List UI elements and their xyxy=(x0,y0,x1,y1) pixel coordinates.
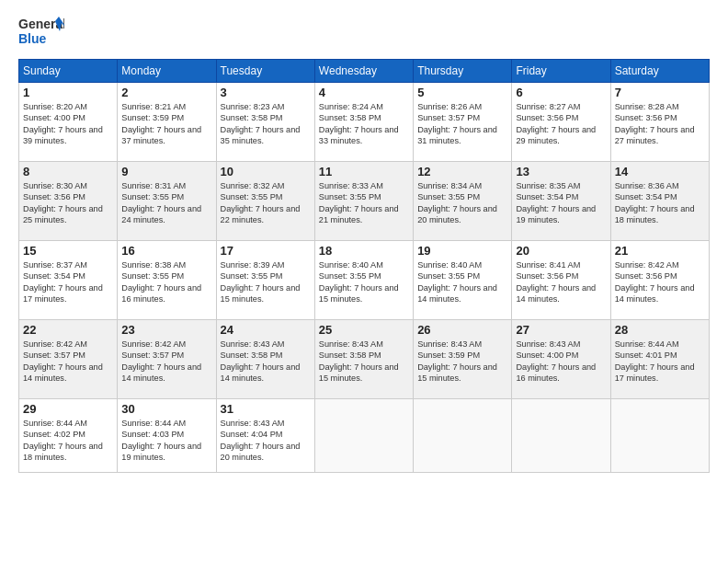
day-cell: 4 Sunrise: 8:24 AM Sunset: 3:58 PM Dayli… xyxy=(314,83,413,162)
day-number: 31 xyxy=(221,402,311,416)
day-info: Sunrise: 8:23 AM Sunset: 3:58 PM Dayligh… xyxy=(221,101,311,147)
day-number: 8 xyxy=(23,165,113,178)
day-number: 20 xyxy=(516,244,606,258)
day-cell: 6 Sunrise: 8:27 AM Sunset: 3:56 PM Dayli… xyxy=(512,83,610,162)
day-number: 1 xyxy=(23,86,113,99)
day-info: Sunrise: 8:43 AM Sunset: 4:00 PM Dayligh… xyxy=(516,339,606,385)
day-cell: 15 Sunrise: 8:37 AM Sunset: 3:54 PM Dayl… xyxy=(19,241,118,320)
calendar: SundayMondayTuesdayWednesdayThursdayFrid… xyxy=(18,59,710,473)
week-row-5: 29 Sunrise: 8:44 AM Sunset: 4:02 PM Dayl… xyxy=(19,399,710,473)
day-cell: 9 Sunrise: 8:31 AM Sunset: 3:55 PM Dayli… xyxy=(118,162,216,241)
weekday-header-sunday: Sunday xyxy=(19,60,118,83)
day-info: Sunrise: 8:27 AM Sunset: 3:56 PM Dayligh… xyxy=(516,101,606,147)
day-info: Sunrise: 8:24 AM Sunset: 3:58 PM Dayligh… xyxy=(319,101,409,147)
weekday-header-thursday: Thursday xyxy=(414,60,512,83)
day-info: Sunrise: 8:40 AM Sunset: 3:55 PM Dayligh… xyxy=(319,259,409,305)
day-info: Sunrise: 8:43 AM Sunset: 4:04 PM Dayligh… xyxy=(221,418,311,464)
week-row-4: 22 Sunrise: 8:42 AM Sunset: 3:57 PM Dayl… xyxy=(19,320,710,399)
week-row-3: 15 Sunrise: 8:37 AM Sunset: 3:54 PM Dayl… xyxy=(19,241,710,320)
day-info: Sunrise: 8:43 AM Sunset: 3:58 PM Dayligh… xyxy=(221,339,311,385)
day-cell: 21 Sunrise: 8:42 AM Sunset: 3:56 PM Dayl… xyxy=(610,241,709,320)
day-cell: 20 Sunrise: 8:41 AM Sunset: 3:56 PM Dayl… xyxy=(512,241,610,320)
day-cell: 16 Sunrise: 8:38 AM Sunset: 3:55 PM Dayl… xyxy=(118,241,216,320)
day-number: 17 xyxy=(221,244,311,258)
day-cell: 28 Sunrise: 8:44 AM Sunset: 4:01 PM Dayl… xyxy=(610,320,709,399)
day-cell xyxy=(414,399,512,473)
page: General Blue SundayMondayTuesdayWednesda… xyxy=(0,0,728,563)
day-number: 7 xyxy=(615,86,705,99)
day-cell: 17 Sunrise: 8:39 AM Sunset: 3:55 PM Dayl… xyxy=(216,241,314,320)
weekday-header-friday: Friday xyxy=(512,60,610,83)
day-info: Sunrise: 8:43 AM Sunset: 3:59 PM Dayligh… xyxy=(417,339,507,385)
day-info: Sunrise: 8:32 AM Sunset: 3:55 PM Dayligh… xyxy=(221,180,311,226)
day-number: 3 xyxy=(221,86,311,99)
day-info: Sunrise: 8:42 AM Sunset: 3:56 PM Dayligh… xyxy=(615,259,705,305)
day-info: Sunrise: 8:44 AM Sunset: 4:01 PM Dayligh… xyxy=(615,339,705,385)
day-cell: 1 Sunrise: 8:20 AM Sunset: 4:00 PM Dayli… xyxy=(19,83,118,162)
day-info: Sunrise: 8:39 AM Sunset: 3:55 PM Dayligh… xyxy=(221,259,311,305)
day-cell: 26 Sunrise: 8:43 AM Sunset: 3:59 PM Dayl… xyxy=(414,320,512,399)
day-number: 13 xyxy=(516,165,606,178)
weekday-header-wednesday: Wednesday xyxy=(314,60,413,83)
day-number: 29 xyxy=(23,402,113,416)
day-info: Sunrise: 8:33 AM Sunset: 3:55 PM Dayligh… xyxy=(319,180,409,226)
header: General Blue xyxy=(18,15,710,50)
day-cell: 12 Sunrise: 8:34 AM Sunset: 3:55 PM Dayl… xyxy=(414,162,512,241)
day-cell: 19 Sunrise: 8:40 AM Sunset: 3:55 PM Dayl… xyxy=(414,241,512,320)
day-info: Sunrise: 8:35 AM Sunset: 3:54 PM Dayligh… xyxy=(516,180,606,226)
day-cell: 8 Sunrise: 8:30 AM Sunset: 3:56 PM Dayli… xyxy=(19,162,118,241)
day-cell: 5 Sunrise: 8:26 AM Sunset: 3:57 PM Dayli… xyxy=(414,83,512,162)
day-cell: 2 Sunrise: 8:21 AM Sunset: 3:59 PM Dayli… xyxy=(118,83,216,162)
day-number: 2 xyxy=(121,86,211,99)
day-number: 14 xyxy=(615,165,705,178)
day-info: Sunrise: 8:44 AM Sunset: 4:02 PM Dayligh… xyxy=(23,418,113,464)
day-number: 12 xyxy=(417,165,507,178)
day-number: 11 xyxy=(319,165,409,178)
day-cell: 10 Sunrise: 8:32 AM Sunset: 3:55 PM Dayl… xyxy=(216,162,314,241)
day-cell: 3 Sunrise: 8:23 AM Sunset: 3:58 PM Dayli… xyxy=(216,83,314,162)
day-info: Sunrise: 8:37 AM Sunset: 3:54 PM Dayligh… xyxy=(23,259,113,305)
day-cell: 29 Sunrise: 8:44 AM Sunset: 4:02 PM Dayl… xyxy=(19,399,118,473)
day-number: 10 xyxy=(221,165,311,178)
day-info: Sunrise: 8:30 AM Sunset: 3:56 PM Dayligh… xyxy=(23,180,113,226)
weekday-header-tuesday: Tuesday xyxy=(216,60,314,83)
day-cell: 14 Sunrise: 8:36 AM Sunset: 3:54 PM Dayl… xyxy=(610,162,709,241)
day-info: Sunrise: 8:31 AM Sunset: 3:55 PM Dayligh… xyxy=(121,180,211,226)
day-number: 23 xyxy=(121,323,211,337)
day-number: 15 xyxy=(23,244,113,258)
logo-svg: General Blue xyxy=(18,15,64,50)
day-number: 16 xyxy=(121,244,211,258)
week-row-1: 1 Sunrise: 8:20 AM Sunset: 4:00 PM Dayli… xyxy=(19,83,710,162)
weekday-header-saturday: Saturday xyxy=(610,60,709,83)
day-cell: 11 Sunrise: 8:33 AM Sunset: 3:55 PM Dayl… xyxy=(314,162,413,241)
day-number: 30 xyxy=(121,402,211,416)
week-row-2: 8 Sunrise: 8:30 AM Sunset: 3:56 PM Dayli… xyxy=(19,162,710,241)
day-number: 9 xyxy=(121,165,211,178)
day-cell xyxy=(314,399,413,473)
day-info: Sunrise: 8:42 AM Sunset: 3:57 PM Dayligh… xyxy=(23,339,113,385)
day-cell: 22 Sunrise: 8:42 AM Sunset: 3:57 PM Dayl… xyxy=(19,320,118,399)
day-number: 5 xyxy=(417,86,507,99)
day-info: Sunrise: 8:36 AM Sunset: 3:54 PM Dayligh… xyxy=(615,180,705,226)
day-cell: 7 Sunrise: 8:28 AM Sunset: 3:56 PM Dayli… xyxy=(610,83,709,162)
day-info: Sunrise: 8:41 AM Sunset: 3:56 PM Dayligh… xyxy=(516,259,606,305)
day-number: 28 xyxy=(615,323,705,337)
day-number: 24 xyxy=(221,323,311,337)
weekday-header-row: SundayMondayTuesdayWednesdayThursdayFrid… xyxy=(19,60,710,83)
day-number: 27 xyxy=(516,323,606,337)
day-cell: 25 Sunrise: 8:43 AM Sunset: 3:58 PM Dayl… xyxy=(314,320,413,399)
svg-text:Blue: Blue xyxy=(18,31,47,46)
day-cell: 23 Sunrise: 8:42 AM Sunset: 3:57 PM Dayl… xyxy=(118,320,216,399)
day-info: Sunrise: 8:26 AM Sunset: 3:57 PM Dayligh… xyxy=(417,101,507,147)
day-cell: 27 Sunrise: 8:43 AM Sunset: 4:00 PM Dayl… xyxy=(512,320,610,399)
day-info: Sunrise: 8:20 AM Sunset: 4:00 PM Dayligh… xyxy=(23,101,113,147)
day-info: Sunrise: 8:44 AM Sunset: 4:03 PM Dayligh… xyxy=(121,418,211,464)
day-info: Sunrise: 8:42 AM Sunset: 3:57 PM Dayligh… xyxy=(121,339,211,385)
day-info: Sunrise: 8:38 AM Sunset: 3:55 PM Dayligh… xyxy=(121,259,211,305)
day-info: Sunrise: 8:34 AM Sunset: 3:55 PM Dayligh… xyxy=(417,180,507,226)
day-info: Sunrise: 8:40 AM Sunset: 3:55 PM Dayligh… xyxy=(417,259,507,305)
day-number: 18 xyxy=(319,244,409,258)
day-cell: 24 Sunrise: 8:43 AM Sunset: 3:58 PM Dayl… xyxy=(216,320,314,399)
day-cell: 31 Sunrise: 8:43 AM Sunset: 4:04 PM Dayl… xyxy=(216,399,314,473)
day-info: Sunrise: 8:21 AM Sunset: 3:59 PM Dayligh… xyxy=(121,101,211,147)
